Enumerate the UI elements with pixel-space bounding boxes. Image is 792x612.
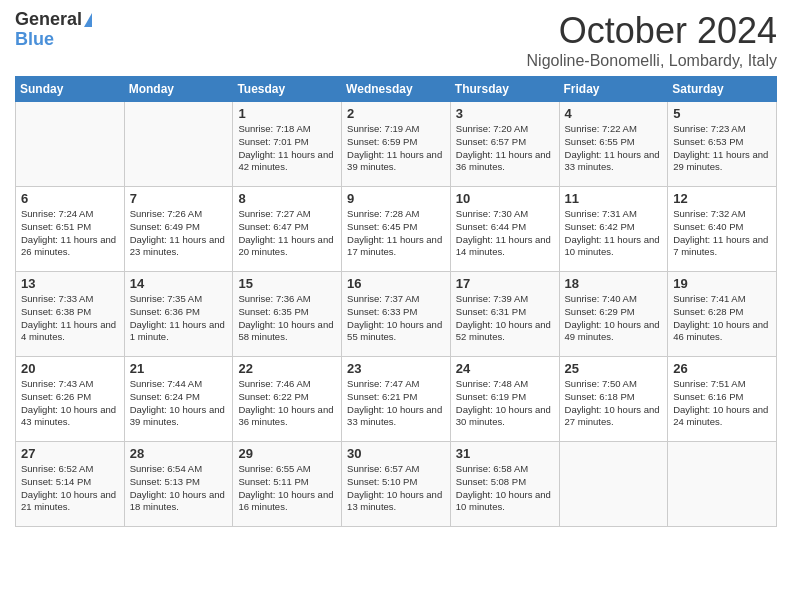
calendar-cell xyxy=(668,442,777,527)
cell-content: Sunrise: 7:22 AM Sunset: 6:55 PM Dayligh… xyxy=(565,123,663,174)
calendar-cell: 17Sunrise: 7:39 AM Sunset: 6:31 PM Dayli… xyxy=(450,272,559,357)
day-number: 16 xyxy=(347,276,445,291)
calendar-cell: 3Sunrise: 7:20 AM Sunset: 6:57 PM Daylig… xyxy=(450,102,559,187)
cell-content: Sunrise: 7:28 AM Sunset: 6:45 PM Dayligh… xyxy=(347,208,445,259)
day-number: 30 xyxy=(347,446,445,461)
calendar-cell: 21Sunrise: 7:44 AM Sunset: 6:24 PM Dayli… xyxy=(124,357,233,442)
cell-content: Sunrise: 7:48 AM Sunset: 6:19 PM Dayligh… xyxy=(456,378,554,429)
calendar-cell: 1Sunrise: 7:18 AM Sunset: 7:01 PM Daylig… xyxy=(233,102,342,187)
calendar-cell: 8Sunrise: 7:27 AM Sunset: 6:47 PM Daylig… xyxy=(233,187,342,272)
cell-content: Sunrise: 7:33 AM Sunset: 6:38 PM Dayligh… xyxy=(21,293,119,344)
week-row-4: 20Sunrise: 7:43 AM Sunset: 6:26 PM Dayli… xyxy=(16,357,777,442)
day-number: 26 xyxy=(673,361,771,376)
logo: General Blue xyxy=(15,10,92,50)
day-header-friday: Friday xyxy=(559,77,668,102)
calendar-cell: 18Sunrise: 7:40 AM Sunset: 6:29 PM Dayli… xyxy=(559,272,668,357)
cell-content: Sunrise: 7:47 AM Sunset: 6:21 PM Dayligh… xyxy=(347,378,445,429)
cell-content: Sunrise: 6:58 AM Sunset: 5:08 PM Dayligh… xyxy=(456,463,554,514)
calendar-cell: 7Sunrise: 7:26 AM Sunset: 6:49 PM Daylig… xyxy=(124,187,233,272)
cell-content: Sunrise: 7:43 AM Sunset: 6:26 PM Dayligh… xyxy=(21,378,119,429)
calendar-cell: 16Sunrise: 7:37 AM Sunset: 6:33 PM Dayli… xyxy=(342,272,451,357)
header: General Blue October 2024 Nigoline-Bonom… xyxy=(15,10,777,70)
day-number: 18 xyxy=(565,276,663,291)
cell-content: Sunrise: 7:36 AM Sunset: 6:35 PM Dayligh… xyxy=(238,293,336,344)
cell-content: Sunrise: 7:39 AM Sunset: 6:31 PM Dayligh… xyxy=(456,293,554,344)
day-number: 10 xyxy=(456,191,554,206)
title-area: October 2024 Nigoline-Bonomelli, Lombard… xyxy=(527,10,777,70)
cell-content: Sunrise: 7:24 AM Sunset: 6:51 PM Dayligh… xyxy=(21,208,119,259)
logo-blue-text: Blue xyxy=(15,30,54,50)
cell-content: Sunrise: 7:41 AM Sunset: 6:28 PM Dayligh… xyxy=(673,293,771,344)
calendar-cell: 31Sunrise: 6:58 AM Sunset: 5:08 PM Dayli… xyxy=(450,442,559,527)
calendar-cell: 27Sunrise: 6:52 AM Sunset: 5:14 PM Dayli… xyxy=(16,442,125,527)
calendar-cell: 4Sunrise: 7:22 AM Sunset: 6:55 PM Daylig… xyxy=(559,102,668,187)
day-header-thursday: Thursday xyxy=(450,77,559,102)
cell-content: Sunrise: 7:46 AM Sunset: 6:22 PM Dayligh… xyxy=(238,378,336,429)
calendar-cell: 10Sunrise: 7:30 AM Sunset: 6:44 PM Dayli… xyxy=(450,187,559,272)
day-header-sunday: Sunday xyxy=(16,77,125,102)
cell-content: Sunrise: 7:18 AM Sunset: 7:01 PM Dayligh… xyxy=(238,123,336,174)
calendar-table: SundayMondayTuesdayWednesdayThursdayFrid… xyxy=(15,76,777,527)
cell-content: Sunrise: 7:50 AM Sunset: 6:18 PM Dayligh… xyxy=(565,378,663,429)
day-number: 29 xyxy=(238,446,336,461)
day-number: 11 xyxy=(565,191,663,206)
day-number: 20 xyxy=(21,361,119,376)
day-number: 1 xyxy=(238,106,336,121)
cell-content: Sunrise: 7:31 AM Sunset: 6:42 PM Dayligh… xyxy=(565,208,663,259)
day-number: 22 xyxy=(238,361,336,376)
cell-content: Sunrise: 7:37 AM Sunset: 6:33 PM Dayligh… xyxy=(347,293,445,344)
calendar-cell: 5Sunrise: 7:23 AM Sunset: 6:53 PM Daylig… xyxy=(668,102,777,187)
calendar-cell: 25Sunrise: 7:50 AM Sunset: 6:18 PM Dayli… xyxy=(559,357,668,442)
day-number: 17 xyxy=(456,276,554,291)
cell-content: Sunrise: 6:52 AM Sunset: 5:14 PM Dayligh… xyxy=(21,463,119,514)
calendar-cell: 9Sunrise: 7:28 AM Sunset: 6:45 PM Daylig… xyxy=(342,187,451,272)
calendar-cell: 26Sunrise: 7:51 AM Sunset: 6:16 PM Dayli… xyxy=(668,357,777,442)
day-number: 28 xyxy=(130,446,228,461)
calendar-cell: 2Sunrise: 7:19 AM Sunset: 6:59 PM Daylig… xyxy=(342,102,451,187)
calendar-cell: 22Sunrise: 7:46 AM Sunset: 6:22 PM Dayli… xyxy=(233,357,342,442)
day-number: 21 xyxy=(130,361,228,376)
cell-content: Sunrise: 7:35 AM Sunset: 6:36 PM Dayligh… xyxy=(130,293,228,344)
calendar-cell: 6Sunrise: 7:24 AM Sunset: 6:51 PM Daylig… xyxy=(16,187,125,272)
day-number: 23 xyxy=(347,361,445,376)
day-number: 15 xyxy=(238,276,336,291)
calendar-cell: 14Sunrise: 7:35 AM Sunset: 6:36 PM Dayli… xyxy=(124,272,233,357)
week-row-1: 1Sunrise: 7:18 AM Sunset: 7:01 PM Daylig… xyxy=(16,102,777,187)
day-number: 24 xyxy=(456,361,554,376)
cell-content: Sunrise: 7:26 AM Sunset: 6:49 PM Dayligh… xyxy=(130,208,228,259)
cell-content: Sunrise: 7:27 AM Sunset: 6:47 PM Dayligh… xyxy=(238,208,336,259)
calendar-cell: 30Sunrise: 6:57 AM Sunset: 5:10 PM Dayli… xyxy=(342,442,451,527)
day-number: 4 xyxy=(565,106,663,121)
day-header-monday: Monday xyxy=(124,77,233,102)
location-title: Nigoline-Bonomelli, Lombardy, Italy xyxy=(527,52,777,70)
cell-content: Sunrise: 7:20 AM Sunset: 6:57 PM Dayligh… xyxy=(456,123,554,174)
day-number: 6 xyxy=(21,191,119,206)
calendar-cell xyxy=(124,102,233,187)
cell-content: Sunrise: 6:57 AM Sunset: 5:10 PM Dayligh… xyxy=(347,463,445,514)
day-header-saturday: Saturday xyxy=(668,77,777,102)
cell-content: Sunrise: 7:19 AM Sunset: 6:59 PM Dayligh… xyxy=(347,123,445,174)
cell-content: Sunrise: 7:30 AM Sunset: 6:44 PM Dayligh… xyxy=(456,208,554,259)
calendar-cell: 24Sunrise: 7:48 AM Sunset: 6:19 PM Dayli… xyxy=(450,357,559,442)
week-row-2: 6Sunrise: 7:24 AM Sunset: 6:51 PM Daylig… xyxy=(16,187,777,272)
logo-general-text: General xyxy=(15,10,82,30)
day-number: 2 xyxy=(347,106,445,121)
day-number: 27 xyxy=(21,446,119,461)
header-row: SundayMondayTuesdayWednesdayThursdayFrid… xyxy=(16,77,777,102)
day-number: 31 xyxy=(456,446,554,461)
calendar-cell: 20Sunrise: 7:43 AM Sunset: 6:26 PM Dayli… xyxy=(16,357,125,442)
calendar-cell: 23Sunrise: 7:47 AM Sunset: 6:21 PM Dayli… xyxy=(342,357,451,442)
cell-content: Sunrise: 7:40 AM Sunset: 6:29 PM Dayligh… xyxy=(565,293,663,344)
calendar-cell: 12Sunrise: 7:32 AM Sunset: 6:40 PM Dayli… xyxy=(668,187,777,272)
day-number: 3 xyxy=(456,106,554,121)
calendar-cell: 13Sunrise: 7:33 AM Sunset: 6:38 PM Dayli… xyxy=(16,272,125,357)
week-row-5: 27Sunrise: 6:52 AM Sunset: 5:14 PM Dayli… xyxy=(16,442,777,527)
calendar-cell: 15Sunrise: 7:36 AM Sunset: 6:35 PM Dayli… xyxy=(233,272,342,357)
week-row-3: 13Sunrise: 7:33 AM Sunset: 6:38 PM Dayli… xyxy=(16,272,777,357)
cell-content: Sunrise: 6:55 AM Sunset: 5:11 PM Dayligh… xyxy=(238,463,336,514)
day-number: 25 xyxy=(565,361,663,376)
cell-content: Sunrise: 7:23 AM Sunset: 6:53 PM Dayligh… xyxy=(673,123,771,174)
cell-content: Sunrise: 7:44 AM Sunset: 6:24 PM Dayligh… xyxy=(130,378,228,429)
day-number: 7 xyxy=(130,191,228,206)
day-number: 12 xyxy=(673,191,771,206)
